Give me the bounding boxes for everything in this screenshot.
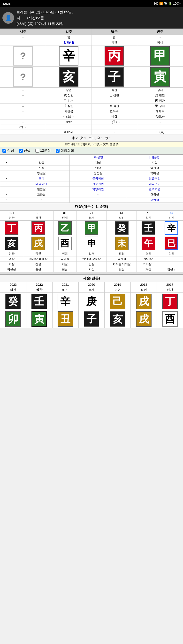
checkbox-simsong[interactable]: 심성: [2, 148, 14, 153]
branch-char-1: ?: [13, 67, 33, 86]
sy0: 2023: [0, 282, 26, 287]
r2c4: 정재: [137, 40, 183, 46]
pillar-row4a: -- 戊 정인 壬 상관 戊 정인: [0, 93, 183, 98]
r3c4: 정재: [137, 88, 183, 93]
daeun-title: 대운(대운수:1, 순행): [0, 203, 183, 210]
st0: 식신: [0, 287, 26, 293]
r4bc2: 甲 정재: [46, 98, 92, 104]
five-elements: 木 2 , 火 1 , 土 0 , 金 1 , 水 2: [0, 135, 183, 142]
dsr2c1: 천살: [23, 262, 54, 267]
sr7c4: 헌침살: [126, 192, 183, 198]
r7c4: -: [137, 120, 183, 125]
daeun-sal-row2: 지살 천살 재살 겁살 화개살 육해살 역마살 ↑: [0, 262, 183, 267]
seun-stem-char-6: 丁: [162, 294, 178, 309]
dbt3: 겁재: [76, 251, 107, 256]
ssb0: 卯: [0, 310, 26, 328]
r4ac4: 戊 정인: [137, 93, 183, 98]
dsr3c5: 재살: [137, 267, 160, 272]
db4: 未: [106, 236, 137, 251]
daeun-branch-0: 亥: [5, 236, 18, 250]
r1c4: -: [137, 35, 183, 40]
r7c2: 방합: [46, 120, 92, 125]
spirit-row-1: - 겁살 재살 지살: [0, 160, 183, 166]
sr6c4: 관귀학관: [126, 187, 183, 192]
ssb1: 寅: [26, 310, 52, 328]
stem-char-1: ?: [13, 46, 33, 66]
checkbox-hyung-input[interactable]: [56, 149, 60, 153]
sr4c4: 천을귀인: [126, 176, 183, 182]
db1: 戌: [23, 236, 54, 251]
profile-age-line: (48세) (음) 1974년 11월 23일: [16, 21, 73, 26]
seun-stem-char-3: 庚: [84, 294, 99, 309]
checkbox-12[interactable]: 12운성: [35, 148, 51, 153]
dn0: 101: [0, 211, 23, 215]
sh1: -: [0, 155, 13, 160]
r7c1: -: [0, 120, 46, 125]
seun-branch-char-3: 子: [84, 311, 99, 327]
r3c1: -: [0, 88, 46, 93]
stem-char-row: ? 辛 丙 甲: [0, 46, 183, 66]
sy6: 2017: [157, 282, 183, 287]
dbt0: 상관: [0, 251, 23, 256]
ssb6: 酉: [157, 310, 183, 328]
dt0: 편관: [0, 215, 23, 221]
dbt4: 편인: [106, 251, 137, 256]
pillar-row1: - 합 합 -: [0, 35, 183, 40]
r5c4: 대계수: [137, 109, 183, 114]
checkbox-simsong-input[interactable]: [2, 149, 6, 153]
r6c2: ← (亥) →: [46, 114, 92, 120]
profile-name-line: 브래들리쿠 (양) 1975년 01월 05일,: [16, 9, 73, 15]
dn6: 41: [160, 211, 183, 215]
dsr3c6: 겁살 ↑: [160, 267, 183, 272]
dn5: 51: [137, 211, 160, 215]
pillar-row5: - 차천금 간하수 대계수: [0, 109, 183, 114]
checkbox-sinsal[interactable]: 신살: [19, 148, 30, 153]
sr5c2: 태극귀인: [13, 182, 70, 187]
sr1c1: -: [0, 160, 13, 166]
profile-birth-solar: 1975년 01월 05일,: [42, 10, 72, 14]
daeun-table: 101 91 81 71 61 51 41 편관 정관 편재 정재 식신 상관 …: [0, 210, 183, 272]
signal-icon: 📡: [164, 2, 168, 5]
r2c2: 일간(나): [46, 40, 92, 46]
dsal5: 망신살: [137, 256, 160, 262]
seun-stem-char-1: 壬: [32, 294, 47, 309]
r8c4: -: [137, 125, 183, 130]
seun-branch-char-5: 戌: [136, 311, 152, 327]
checkbox-12-input[interactable]: [35, 149, 39, 153]
header-wolju: 월주: [92, 29, 137, 35]
sst2: 辛: [52, 293, 78, 310]
checkbox-hyung[interactable]: 형충회합: [56, 148, 74, 153]
st6: 편관: [157, 287, 183, 293]
dsal4: 망신살: [106, 256, 137, 262]
space-divider: [0, 272, 183, 274]
sr3c4: 역마살: [126, 171, 183, 176]
daeun-types-row: 편관 정관 편재 정재 식신 상관 비견: [0, 215, 183, 221]
daeun-sal-row3: 망신살 월살 년살 지살 천살 재살 겁살 ↑: [0, 267, 183, 272]
checkbox-sinsal-input[interactable]: [19, 149, 23, 153]
battery-level: 100%: [173, 2, 180, 5]
seun-stem-char-0: 癸: [5, 294, 21, 309]
profile-time-line: 퍼 (시간)모름: [16, 15, 73, 21]
sr3c1: -: [0, 171, 13, 176]
checkbox-simsong-label: 심성: [7, 148, 14, 153]
r3c3: 식신: [92, 88, 137, 93]
pillar-row6: - ← (亥) → 방합 육합,파: [0, 114, 183, 120]
sr1c3: 재살: [70, 160, 126, 166]
sr8c3: -: [70, 198, 126, 203]
sst6: 丁: [157, 293, 183, 310]
status-time: 12:21: [2, 2, 10, 6]
pillar-header-row: 시주 일주 월주 년주: [0, 29, 183, 35]
daeun-numbers-row: 101 91 81 71 61 51 41: [0, 211, 183, 215]
profile-header: 👤 브래들리쿠 (양) 1975년 01월 05일, 퍼 (시간)모름 (48세…: [0, 7, 183, 28]
kong-row: 空亡:[年]子丑 [日]寅卯, 天乙貴人:寅午, 월령:癸: [0, 142, 183, 147]
daeun-sal-row1: 겁살 화개살 육해살 역마살 반안살 장성살 망신살 망신살: [0, 256, 183, 262]
sr2c1: -: [0, 166, 13, 171]
avatar-icon: 👤: [5, 15, 12, 21]
spirit-header-row: - - [年]공망 [日]공망: [0, 155, 183, 160]
dt5: 상관: [137, 215, 160, 221]
status-icons: HD 📶 📡 🔋 100%: [154, 2, 180, 5]
daeun-stem-2: 乙: [58, 221, 72, 235]
checkbox-hyung-label: 형충회합: [60, 148, 74, 153]
r5c3: 간하수: [92, 109, 137, 114]
profile-gender: (양): [36, 10, 42, 14]
